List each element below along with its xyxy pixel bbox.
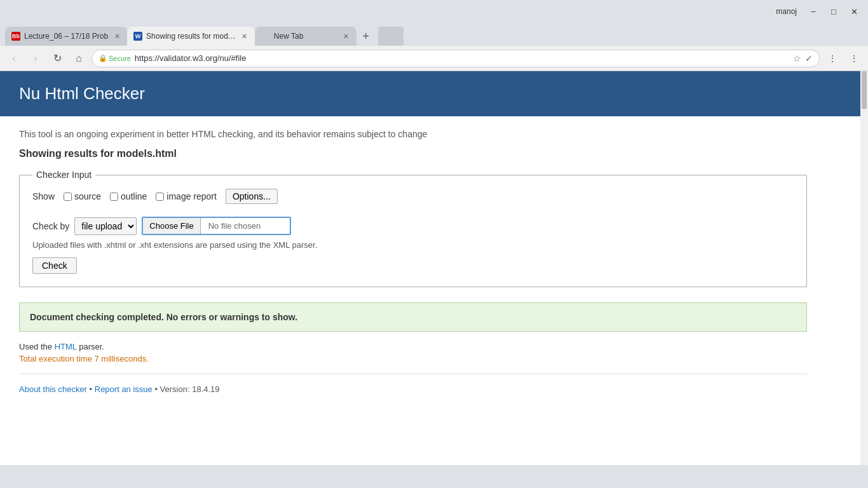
tab-validator[interactable]: W Showing results for mod… ✕	[127, 27, 255, 46]
file-upload-container: Choose File No file chosen	[142, 217, 290, 235]
chrome-menu-button[interactable]: ⋮	[845, 50, 863, 67]
outline-checkbox[interactable]	[110, 193, 118, 201]
footer-divider	[19, 374, 807, 374]
subtitle-text: This tool is an ongoing experiment in be…	[19, 129, 807, 139]
tab-title-2: Showing results for mod…	[146, 32, 236, 41]
check-by-row: Check by file upload Choose File No file…	[32, 217, 794, 235]
url-bar[interactable]: 🔒 Secure https://validator.w3.org/nu/#fi…	[92, 50, 820, 67]
check-by-select[interactable]: file upload	[74, 217, 137, 235]
page-content: Nu Html Checker This tool is an ongoing …	[0, 71, 868, 465]
user-name: manoj	[776, 7, 797, 16]
checkbox-outline[interactable]: outline	[110, 191, 147, 201]
home-button[interactable]: ⌂	[70, 50, 88, 67]
browser-window: manoj − □ ✕ Bb Lecture_06 – 17/18 Prob ✕…	[0, 0, 868, 488]
checker-legend: Checker Input	[32, 170, 95, 180]
checker-input-fieldset: Checker Input Show source outline image …	[19, 170, 807, 287]
report-issue-link[interactable]: Report an issue	[95, 384, 153, 394]
about-checker-link[interactable]: About this checker	[19, 384, 87, 394]
tab-newtab[interactable]: New Tab ✕	[255, 27, 356, 46]
tab-favicon-1: Bb	[11, 32, 20, 41]
source-checkbox[interactable]	[64, 193, 72, 201]
forward-button[interactable]: ›	[27, 50, 44, 67]
site-title: Nu Html Checker	[19, 84, 849, 104]
tab-bar: Bb Lecture_06 – 17/18 Prob ✕ W Showing r…	[0, 23, 868, 46]
tab-lecture[interactable]: Bb Lecture_06 – 17/18 Prob ✕	[5, 27, 127, 46]
footer-links: About this checker • Report an issue • V…	[19, 384, 807, 394]
footer-separator-2: •	[154, 384, 159, 394]
maximize-button[interactable]: □	[825, 4, 843, 18]
show-row: Show source outline image report Options…	[32, 189, 794, 204]
tab-overflow-button[interactable]	[378, 27, 403, 46]
tab-close-3[interactable]: ✕	[341, 31, 351, 41]
tab-favicon-3	[261, 32, 270, 41]
tab-close-2[interactable]: ✕	[240, 31, 250, 41]
site-header: Nu Html Checker	[0, 71, 868, 116]
parser-info: Used the HTML parser.	[19, 342, 807, 351]
tab-close-1[interactable]: ✕	[112, 31, 122, 41]
results-title: Showing results for models.html	[19, 148, 807, 159]
title-bar: manoj − □ ✕	[0, 0, 868, 23]
address-bar: ‹ › ↻ ⌂ 🔒 Secure https://validator.w3.or…	[0, 46, 868, 71]
execution-time: Total execution time 7 milliseconds.	[19, 354, 807, 363]
image-report-checkbox[interactable]	[156, 193, 164, 201]
back-button[interactable]: ‹	[5, 50, 23, 67]
reload-button[interactable]: ↻	[48, 50, 66, 67]
footer-separator-1: •	[90, 384, 95, 394]
close-button[interactable]: ✕	[845, 4, 863, 18]
check-icon[interactable]: ✓	[805, 53, 813, 64]
options-button[interactable]: Options...	[226, 189, 278, 204]
tab-title-3: New Tab	[274, 32, 337, 41]
extensions-button[interactable]: ⋮	[824, 50, 841, 67]
checkbox-image-report[interactable]: image report	[156, 191, 217, 201]
upload-note: Uploaded files with .xhtml or .xht exten…	[32, 240, 794, 250]
checkbox-source[interactable]: source	[64, 191, 101, 201]
url-text: https://validator.w3.org/nu/#file	[135, 53, 789, 63]
url-right-icons: ☆ ✓	[793, 53, 813, 64]
choose-file-button[interactable]: Choose File	[143, 218, 200, 234]
result-text: Document checking completed. No errors o…	[30, 312, 297, 322]
tab-favicon-2: W	[133, 32, 142, 41]
html-parser-link[interactable]: HTML	[55, 342, 77, 351]
bookmark-icon[interactable]: ☆	[793, 53, 801, 64]
tab-title-1: Lecture_06 – 17/18 Prob	[24, 32, 108, 41]
show-label: Show	[32, 191, 55, 201]
result-box: Document checking completed. No errors o…	[19, 302, 807, 332]
main-content: This tool is an ongoing experiment in be…	[0, 116, 826, 407]
check-by-label: Check by	[32, 221, 69, 231]
version-text: Version: 18.4.19	[160, 384, 220, 394]
scrollbar[interactable]	[860, 71, 868, 465]
check-button[interactable]: Check	[32, 257, 77, 274]
no-file-text: No file chosen	[201, 218, 290, 234]
secure-icon: 🔒 Secure	[98, 54, 131, 62]
scrollbar-thumb[interactable]	[862, 71, 867, 109]
new-tab-button[interactable]: +	[356, 27, 376, 46]
minimize-button[interactable]: −	[804, 4, 822, 18]
